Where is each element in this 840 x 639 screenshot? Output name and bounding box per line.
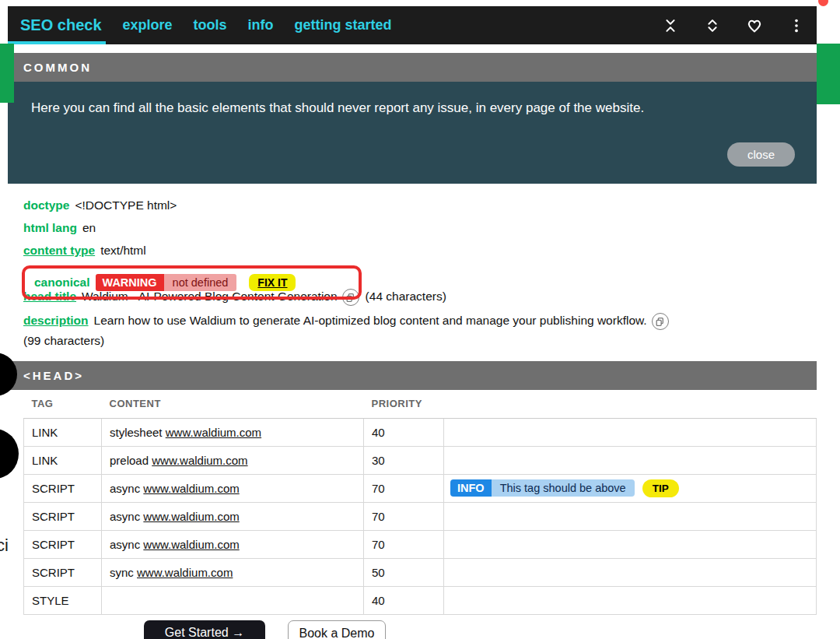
meta-label: content type xyxy=(23,244,95,257)
common-meta-section: doctype<!DOCTYPE html> html langen conte… xyxy=(8,184,817,361)
screen: ci Get Started → Book a Demo SEO check e… xyxy=(0,0,840,639)
page-text-fragment: ci xyxy=(0,535,9,556)
content-prefix: async xyxy=(110,482,140,495)
get-started-button[interactable]: Get Started → xyxy=(144,620,265,639)
meta-row-doctype: doctype<!DOCTYPE html> xyxy=(23,198,801,213)
meta-label: canonical xyxy=(34,276,90,290)
canonical-warning-box: canonical WARNINGnot defined FIX IT xyxy=(22,265,362,300)
tag-cell: LINK xyxy=(24,418,102,446)
expand-icon[interactable] xyxy=(703,16,722,35)
page-hero-stripe-left xyxy=(0,44,14,103)
meta-row-html-lang: html langen xyxy=(23,220,801,236)
tab-tools[interactable]: tools xyxy=(194,17,227,33)
warning-badge: WARNINGnot defined xyxy=(96,274,237,291)
info-note: INFOThis tag should be above xyxy=(450,479,635,497)
priority-cell: 30 xyxy=(364,446,444,474)
topbar-icons xyxy=(661,16,806,35)
char-count: (44 characters) xyxy=(366,290,446,303)
note-cell xyxy=(444,558,817,586)
content-cell: sync www.waldium.com xyxy=(102,558,364,586)
copy-icon[interactable] xyxy=(652,313,669,330)
waldium-link[interactable]: www.waldium.com xyxy=(143,538,239,551)
meta-value: text/html xyxy=(100,244,146,257)
head-table: TAG CONTENT PRIORITY LINK stylesheet www… xyxy=(23,390,817,615)
content-cell: async www.waldium.com xyxy=(102,502,364,530)
waldium-link[interactable]: www.waldium.com xyxy=(143,510,239,523)
page-hero-stripe-right xyxy=(817,44,840,104)
table-row: SCRIPT async www.waldium.com 70 xyxy=(24,502,817,530)
table-row: SCRIPT sync www.waldium.com 50 xyxy=(24,558,817,586)
seo-extension-panel: SEO check explore tools info getting sta… xyxy=(8,6,817,615)
waldium-link[interactable]: www.waldium.com xyxy=(166,426,261,439)
head-table-wrap: TAG CONTENT PRIORITY LINK stylesheet www… xyxy=(8,390,817,615)
note-cell xyxy=(444,446,817,474)
waldium-link[interactable]: www.waldium.com xyxy=(143,482,239,495)
table-row: LINK stylesheet www.waldium.com 40 xyxy=(24,418,817,446)
content-cell: stylesheet www.waldium.com xyxy=(102,418,364,446)
col-header-content: CONTENT xyxy=(102,390,364,418)
content-prefix: async xyxy=(110,538,140,551)
tag-cell: LINK xyxy=(24,446,102,474)
priority-cell: 70 xyxy=(364,530,444,558)
info-badge: INFO xyxy=(450,479,492,497)
common-section-header: COMMON xyxy=(8,53,817,82)
meta-label: description xyxy=(23,314,89,327)
close-button[interactable]: close xyxy=(727,142,795,167)
tip-badge[interactable]: TIP xyxy=(642,479,679,497)
content-prefix: preload xyxy=(110,454,149,467)
content-cell: preload www.waldium.com xyxy=(102,446,364,474)
note-cell xyxy=(444,530,817,558)
content-cell: async www.waldium.com xyxy=(102,474,364,502)
favorite-icon[interactable] xyxy=(745,16,764,35)
head-section-header: <HEAD> xyxy=(8,361,817,390)
note-cell xyxy=(444,418,817,446)
waldium-link[interactable]: www.waldium.com xyxy=(152,454,247,467)
meta-value: en xyxy=(82,221,96,234)
tab-explore[interactable]: explore xyxy=(123,17,173,33)
tab-getting-started[interactable]: getting started xyxy=(295,17,392,33)
priority-cell: 40 xyxy=(364,418,444,446)
content-cell xyxy=(102,586,364,614)
fix-it-link[interactable]: FIX IT xyxy=(249,274,296,291)
tag-cell: STYLE xyxy=(24,586,102,614)
note-cell xyxy=(444,586,817,614)
note-cell: INFOThis tag should be aboveTIP xyxy=(444,474,817,502)
tag-cell: SCRIPT xyxy=(24,502,102,530)
meta-label: html lang xyxy=(23,221,77,234)
content-prefix: stylesheet xyxy=(110,426,163,439)
tab-info[interactable]: info xyxy=(248,17,274,33)
tab-bar: SEO check explore tools info getting sta… xyxy=(8,6,817,44)
tag-cell: SCRIPT xyxy=(24,474,102,502)
note-cell xyxy=(444,502,817,530)
meta-row-description: descriptionLearn how to use Waldium to g… xyxy=(23,313,801,330)
menu-icon[interactable] xyxy=(787,16,806,35)
book-demo-button[interactable]: Book a Demo xyxy=(288,620,386,639)
table-row: SCRIPT async www.waldium.com 70 xyxy=(24,530,817,558)
active-tab-underline xyxy=(8,41,106,44)
content-cell: async www.waldium.com xyxy=(102,530,364,558)
tag-cell: SCRIPT xyxy=(24,530,102,558)
meta-label: doctype xyxy=(23,198,69,212)
priority-cell: 40 xyxy=(364,586,444,614)
col-header-tag: TAG xyxy=(24,390,102,418)
panel-gap xyxy=(8,44,817,53)
warning-label: WARNING xyxy=(96,274,164,291)
collapse-icon[interactable] xyxy=(661,16,680,35)
content-prefix: async xyxy=(110,510,140,523)
tab-seo-check[interactable]: SEO check xyxy=(20,16,102,34)
meta-value: Learn how to use Waldium to generate AI-… xyxy=(94,314,647,327)
common-info-box: Here you can find all the basic elements… xyxy=(8,82,817,184)
meta-value: <!DOCTYPE html> xyxy=(75,198,177,212)
info-text: This tag should be above xyxy=(492,479,635,497)
priority-cell: 70 xyxy=(364,474,444,502)
table-header-row: TAG CONTENT PRIORITY xyxy=(24,390,817,418)
waldium-link[interactable]: www.waldium.com xyxy=(137,566,233,579)
tag-cell: SCRIPT xyxy=(24,558,102,586)
browser-record-dot xyxy=(818,0,828,6)
warning-value: not defined xyxy=(164,274,237,291)
common-info-text: Here you can find all the basic elements… xyxy=(31,100,793,116)
priority-cell: 70 xyxy=(364,502,444,530)
col-header-priority: PRIORITY xyxy=(364,390,444,418)
col-header-note xyxy=(444,390,817,418)
table-row: STYLE 40 xyxy=(24,586,817,614)
